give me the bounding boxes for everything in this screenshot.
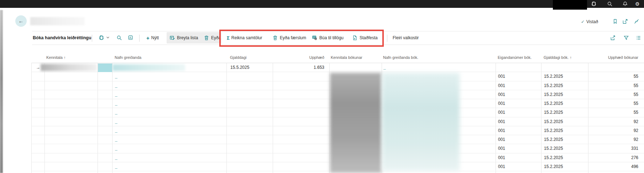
table-row[interactable]: _ 001 15.2.2025 55 — [31, 99, 644, 108]
cell-nafn-bokunar[interactable] — [382, 144, 496, 153]
row-selector[interactable] — [32, 162, 45, 171]
cell-gjalddagi[interactable] — [227, 99, 273, 108]
cell-kennitala[interactable] — [45, 162, 98, 171]
cell-kennitala-bokunar[interactable] — [330, 108, 382, 117]
table-row[interactable]: _ 001 15.2.2025 55 — [31, 72, 644, 81]
cell-upphaed[interactable] — [273, 135, 330, 144]
cell-spacer[interactable] — [98, 153, 112, 162]
cell-gjalddagi-bokunar[interactable] — [541, 171, 588, 173]
cell-upphaed-bokunar[interactable]: 331 — [588, 144, 644, 153]
cell-upphaed[interactable] — [273, 117, 330, 126]
cell-upphaed-bokunar[interactable]: 55 — [588, 90, 644, 99]
cell-gjalddagi[interactable] — [227, 108, 273, 117]
cell-upphaed-bokunar[interactable]: 276 — [588, 153, 644, 162]
cell-gjalddagi[interactable] — [227, 171, 273, 173]
dynamics-apps-icon[interactable] — [591, 1, 597, 7]
cell-upphaed[interactable]: 1.653 — [273, 63, 330, 72]
cell-kennitala-bokunar[interactable] — [330, 135, 382, 144]
cell-upphaed[interactable] — [273, 162, 330, 171]
cell-nafn[interactable]: _ — [112, 135, 227, 144]
cell-upphaed[interactable] — [273, 108, 330, 117]
header-nafn-greidanda[interactable]: Nafn greiðanda — [112, 52, 226, 63]
cell-spacer[interactable] — [98, 126, 112, 135]
cell-nafn[interactable]: _ — [112, 117, 227, 126]
cell-gjalddagi-bokunar[interactable]: 15.2.2025 — [541, 117, 588, 126]
cell-spacer[interactable] — [98, 72, 112, 81]
cell-nafn-bokunar[interactable] — [382, 99, 496, 108]
collapse-icon[interactable] — [634, 19, 639, 24]
cell-nafn[interactable]: _ — [112, 162, 227, 171]
cell-gjalddagi[interactable] — [227, 162, 273, 171]
page-action-boka-handvirka[interactable]: Bóka handvirka leiðréttingu — [33, 31, 91, 45]
filter-button[interactable] — [623, 31, 629, 45]
notifications-bell-icon[interactable] — [622, 1, 628, 7]
cell-upphaed-bokunar[interactable]: 92 — [588, 126, 644, 135]
header-upphaed-bokunar[interactable]: Upphæð bókunar — [588, 52, 644, 63]
cell-gjalddagi[interactable] — [227, 153, 273, 162]
cell-kennitala-bokunar[interactable] — [330, 126, 382, 135]
cell-eigandanumer-bokunar[interactable]: 001 — [496, 135, 541, 144]
table-row[interactable]: _ 001 15.2.2025 92 — [31, 126, 644, 135]
delete-entries-button[interactable]: Eyða færslum — [272, 31, 306, 45]
header-nafn-greidanda-bok[interactable]: Nafn greiðanda bók. — [382, 52, 496, 63]
cell-kennitala-bokunar[interactable] — [330, 63, 382, 72]
cell-gjalddagi[interactable] — [227, 81, 273, 90]
cell-kennitala-bokunar[interactable] — [330, 81, 382, 90]
header-gjalddagi[interactable]: Gjalddagi — [226, 52, 273, 63]
row-selector[interactable] — [32, 90, 45, 99]
cell-upphaed-bokunar[interactable]: 55 — [588, 72, 644, 81]
cell-kennitala[interactable] — [45, 171, 98, 173]
cell-upphaed[interactable] — [273, 171, 330, 173]
back-button[interactable]: ← — [15, 15, 27, 27]
cell-upphaed[interactable] — [273, 126, 330, 135]
table-row[interactable]: _ 001 15.2.2025 92 — [31, 117, 644, 126]
share-button[interactable] — [610, 31, 616, 45]
row-selector[interactable] — [32, 108, 45, 117]
bookmark-icon[interactable] — [612, 19, 618, 24]
cell-nafn[interactable]: _ — [112, 108, 227, 117]
new-button[interactable]: + Nýtt — [146, 31, 159, 45]
open-in-new-window-icon[interactable] — [622, 19, 628, 24]
row-selector[interactable] — [32, 72, 45, 81]
row-selector[interactable] — [32, 81, 45, 90]
table-row[interactable]: _ 001 15.2.2025 496 — [31, 162, 644, 171]
table-row[interactable]: _ 001 15.2.2025 55 — [31, 81, 644, 90]
cell-nafn[interactable]: _ — [112, 126, 227, 135]
header-kennitala[interactable]: Kennitala ↑ — [44, 52, 98, 63]
cell-spacer[interactable] — [98, 171, 112, 173]
cell-nafn-bokunar[interactable] — [382, 153, 496, 162]
cell-nafn-bokunar[interactable] — [382, 81, 496, 90]
cell-upphaed[interactable] — [273, 153, 330, 162]
cell-kennitala[interactable] — [45, 153, 98, 162]
row-selector[interactable] — [32, 153, 45, 162]
cell-kennitala-bokunar[interactable] — [330, 171, 382, 173]
cell-eigandanumer-bokunar[interactable]: 001 — [496, 126, 541, 135]
cell-upphaed-bokunar[interactable]: 92 — [588, 135, 644, 144]
list-view-button[interactable] — [635, 31, 641, 45]
header-eigandanumer-bok[interactable]: Eigandanúmer bók. — [496, 52, 541, 63]
cell-gjalddagi[interactable] — [227, 117, 273, 126]
cell-nafn-bokunar[interactable] — [382, 72, 496, 81]
cell-spacer[interactable] — [98, 135, 112, 144]
cell-nafn[interactable]: _ — [112, 99, 227, 108]
cell-spacer[interactable] — [98, 117, 112, 126]
cell-gjalddagi[interactable] — [227, 144, 273, 153]
header-gjalddagi-bok[interactable]: Gjalddagi bók. ↑ — [541, 52, 588, 63]
cell-kennitala-bokunar[interactable] — [330, 90, 382, 99]
cell-upphaed[interactable] — [273, 81, 330, 90]
cell-spacer[interactable] — [98, 99, 112, 108]
cell-gjalddagi-bokunar[interactable] — [541, 63, 588, 72]
cell-spacer[interactable] — [98, 81, 112, 90]
cell-gjalddagi-bokunar[interactable]: 15.2.2025 — [541, 162, 588, 171]
cell-kennitala-bokunar[interactable] — [330, 144, 382, 153]
cell-spacer[interactable] — [98, 90, 112, 99]
cell-kennitala-bokunar[interactable] — [330, 153, 382, 162]
row-selector[interactable] — [32, 126, 45, 135]
cell-kennitala[interactable] — [45, 135, 98, 144]
cell-kennitala[interactable] — [45, 81, 98, 90]
cell-upphaed[interactable] — [273, 99, 330, 108]
cell-kennitala[interactable] — [45, 63, 98, 72]
cell-eigandanumer-bokunar[interactable]: 001 — [496, 108, 541, 117]
cell-eigandanumer-bokunar[interactable] — [496, 63, 541, 72]
cell-upphaed-bokunar[interactable]: 55 — [588, 99, 644, 108]
